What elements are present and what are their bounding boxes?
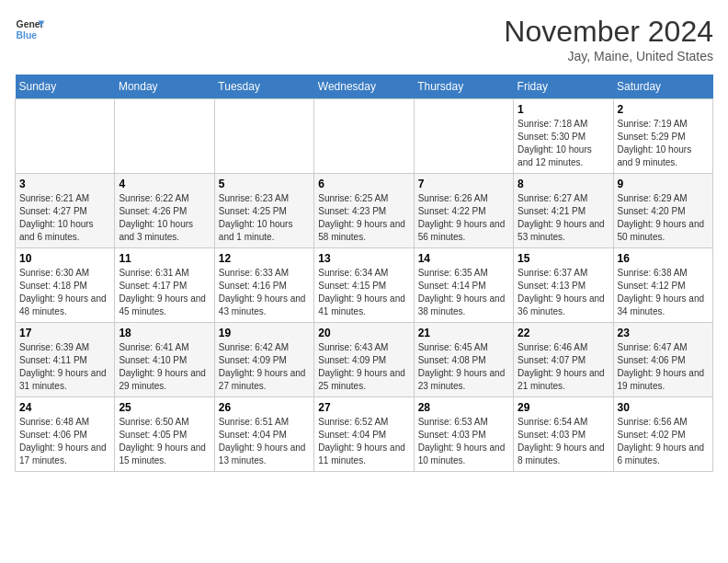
weekday-header-cell: Thursday	[414, 75, 513, 99]
calendar-week-row: 17Sunrise: 6:39 AM Sunset: 4:11 PM Dayli…	[16, 323, 713, 397]
day-number: 4	[119, 178, 210, 190]
weekday-header-cell: Monday	[115, 75, 214, 99]
day-number: 2	[618, 103, 709, 116]
calendar-day-cell: 29Sunrise: 6:54 AM Sunset: 4:03 PM Dayli…	[514, 397, 613, 472]
calendar-day-cell: 30Sunrise: 6:56 AM Sunset: 4:02 PM Dayli…	[613, 397, 712, 472]
calendar-week-row: 10Sunrise: 6:30 AM Sunset: 4:18 PM Dayli…	[16, 248, 713, 323]
day-info: Sunrise: 6:53 AM Sunset: 4:03 PM Dayligh…	[418, 416, 509, 467]
day-number: 26	[219, 401, 310, 414]
day-number: 27	[318, 401, 409, 414]
logo: General Blue	[15, 15, 44, 44]
calendar-day-cell	[314, 99, 414, 174]
weekday-header-cell: Tuesday	[214, 75, 313, 99]
day-number: 19	[219, 327, 310, 339]
calendar-day-cell: 25Sunrise: 6:50 AM Sunset: 4:05 PM Dayli…	[115, 397, 214, 472]
day-info: Sunrise: 6:35 AM Sunset: 4:14 PM Dayligh…	[418, 267, 509, 318]
calendar-day-cell: 13Sunrise: 6:34 AM Sunset: 4:15 PM Dayli…	[314, 248, 414, 323]
day-info: Sunrise: 6:26 AM Sunset: 4:22 PM Dayligh…	[418, 192, 509, 244]
day-info: Sunrise: 6:21 AM Sunset: 4:27 PM Dayligh…	[19, 192, 110, 244]
day-number: 30	[618, 401, 709, 414]
day-number: 28	[418, 401, 509, 414]
day-info: Sunrise: 6:46 AM Sunset: 4:07 PM Dayligh…	[518, 341, 609, 393]
day-number: 21	[418, 327, 509, 339]
day-info: Sunrise: 6:23 AM Sunset: 4:25 PM Dayligh…	[219, 192, 310, 244]
calendar-day-cell	[414, 99, 513, 174]
day-info: Sunrise: 6:29 AM Sunset: 4:20 PM Dayligh…	[618, 192, 709, 244]
calendar-day-cell: 2Sunrise: 7:19 AM Sunset: 5:29 PM Daylig…	[613, 99, 712, 174]
calendar-day-cell: 22Sunrise: 6:46 AM Sunset: 4:07 PM Dayli…	[514, 323, 613, 397]
page-header: General Blue November 2024 Jay, Maine, U…	[15, 15, 713, 63]
day-info: Sunrise: 6:51 AM Sunset: 4:04 PM Dayligh…	[219, 416, 310, 467]
svg-text:Blue: Blue	[17, 30, 38, 40]
calendar-day-cell: 5Sunrise: 6:23 AM Sunset: 4:25 PM Daylig…	[214, 174, 313, 248]
day-info: Sunrise: 6:34 AM Sunset: 4:15 PM Dayligh…	[318, 267, 409, 318]
calendar-day-cell: 12Sunrise: 6:33 AM Sunset: 4:16 PM Dayli…	[214, 248, 313, 323]
weekday-header-row: SundayMondayTuesdayWednesdayThursdayFrid…	[16, 75, 713, 99]
day-info: Sunrise: 6:56 AM Sunset: 4:02 PM Dayligh…	[618, 416, 709, 467]
calendar-day-cell: 24Sunrise: 6:48 AM Sunset: 4:06 PM Dayli…	[16, 397, 115, 472]
day-number: 22	[518, 327, 609, 339]
month-title: November 2024	[504, 15, 713, 49]
day-number: 6	[318, 178, 409, 190]
calendar-day-cell	[115, 99, 214, 174]
day-info: Sunrise: 6:25 AM Sunset: 4:23 PM Dayligh…	[318, 192, 409, 244]
location: Jay, Maine, United States	[504, 49, 713, 63]
day-number: 15	[518, 252, 609, 265]
calendar-day-cell: 11Sunrise: 6:31 AM Sunset: 4:17 PM Dayli…	[115, 248, 214, 323]
calendar-table: SundayMondayTuesdayWednesdayThursdayFrid…	[15, 75, 713, 472]
title-block: November 2024 Jay, Maine, United States	[504, 15, 713, 63]
day-number: 14	[418, 252, 509, 265]
calendar-day-cell: 19Sunrise: 6:42 AM Sunset: 4:09 PM Dayli…	[214, 323, 313, 397]
weekday-header-cell: Sunday	[16, 75, 115, 99]
day-number: 17	[19, 327, 110, 339]
day-info: Sunrise: 6:39 AM Sunset: 4:11 PM Dayligh…	[19, 341, 110, 393]
day-info: Sunrise: 6:47 AM Sunset: 4:06 PM Dayligh…	[618, 341, 709, 393]
calendar-day-cell: 4Sunrise: 6:22 AM Sunset: 4:26 PM Daylig…	[115, 174, 214, 248]
day-info: Sunrise: 7:19 AM Sunset: 5:29 PM Dayligh…	[618, 118, 709, 169]
day-info: Sunrise: 6:37 AM Sunset: 4:13 PM Dayligh…	[518, 267, 609, 318]
day-info: Sunrise: 6:38 AM Sunset: 4:12 PM Dayligh…	[618, 267, 709, 318]
day-info: Sunrise: 6:30 AM Sunset: 4:18 PM Dayligh…	[19, 267, 110, 318]
calendar-day-cell	[214, 99, 313, 174]
calendar-day-cell: 14Sunrise: 6:35 AM Sunset: 4:14 PM Dayli…	[414, 248, 513, 323]
day-info: Sunrise: 6:48 AM Sunset: 4:06 PM Dayligh…	[19, 416, 110, 467]
calendar-day-cell: 15Sunrise: 6:37 AM Sunset: 4:13 PM Dayli…	[514, 248, 613, 323]
day-info: Sunrise: 7:18 AM Sunset: 5:30 PM Dayligh…	[518, 118, 609, 169]
day-info: Sunrise: 6:22 AM Sunset: 4:26 PM Dayligh…	[119, 192, 210, 244]
calendar-day-cell: 1Sunrise: 7:18 AM Sunset: 5:30 PM Daylig…	[514, 99, 613, 174]
day-number: 8	[518, 178, 609, 190]
day-info: Sunrise: 6:52 AM Sunset: 4:04 PM Dayligh…	[318, 416, 409, 467]
day-number: 12	[219, 252, 310, 265]
calendar-day-cell: 7Sunrise: 6:26 AM Sunset: 4:22 PM Daylig…	[414, 174, 513, 248]
calendar-day-cell: 8Sunrise: 6:27 AM Sunset: 4:21 PM Daylig…	[514, 174, 613, 248]
day-number: 1	[518, 103, 609, 116]
day-number: 18	[119, 327, 210, 339]
day-info: Sunrise: 6:33 AM Sunset: 4:16 PM Dayligh…	[219, 267, 310, 318]
logo-icon: General Blue	[15, 15, 44, 44]
calendar-week-row: 3Sunrise: 6:21 AM Sunset: 4:27 PM Daylig…	[16, 174, 713, 248]
weekday-header-cell: Friday	[514, 75, 613, 99]
day-number: 11	[119, 252, 210, 265]
day-number: 5	[219, 178, 310, 190]
day-number: 24	[19, 401, 110, 414]
day-info: Sunrise: 6:27 AM Sunset: 4:21 PM Dayligh…	[518, 192, 609, 244]
day-number: 7	[418, 178, 509, 190]
day-number: 9	[618, 178, 709, 190]
calendar-week-row: 24Sunrise: 6:48 AM Sunset: 4:06 PM Dayli…	[16, 397, 713, 472]
calendar-day-cell: 23Sunrise: 6:47 AM Sunset: 4:06 PM Dayli…	[613, 323, 712, 397]
weekday-header-cell: Saturday	[613, 75, 712, 99]
day-info: Sunrise: 6:43 AM Sunset: 4:09 PM Dayligh…	[318, 341, 409, 393]
day-number: 20	[318, 327, 409, 339]
day-info: Sunrise: 6:31 AM Sunset: 4:17 PM Dayligh…	[119, 267, 210, 318]
calendar-day-cell: 3Sunrise: 6:21 AM Sunset: 4:27 PM Daylig…	[16, 174, 115, 248]
day-info: Sunrise: 6:42 AM Sunset: 4:09 PM Dayligh…	[219, 341, 310, 393]
calendar-day-cell: 20Sunrise: 6:43 AM Sunset: 4:09 PM Dayli…	[314, 323, 414, 397]
day-number: 23	[618, 327, 709, 339]
day-info: Sunrise: 6:41 AM Sunset: 4:10 PM Dayligh…	[119, 341, 210, 393]
day-info: Sunrise: 6:54 AM Sunset: 4:03 PM Dayligh…	[518, 416, 609, 467]
calendar-day-cell: 6Sunrise: 6:25 AM Sunset: 4:23 PM Daylig…	[314, 174, 414, 248]
calendar-day-cell: 26Sunrise: 6:51 AM Sunset: 4:04 PM Dayli…	[214, 397, 313, 472]
calendar-day-cell: 27Sunrise: 6:52 AM Sunset: 4:04 PM Dayli…	[314, 397, 414, 472]
calendar-week-row: 1Sunrise: 7:18 AM Sunset: 5:30 PM Daylig…	[16, 99, 713, 174]
day-info: Sunrise: 6:45 AM Sunset: 4:08 PM Dayligh…	[418, 341, 509, 393]
